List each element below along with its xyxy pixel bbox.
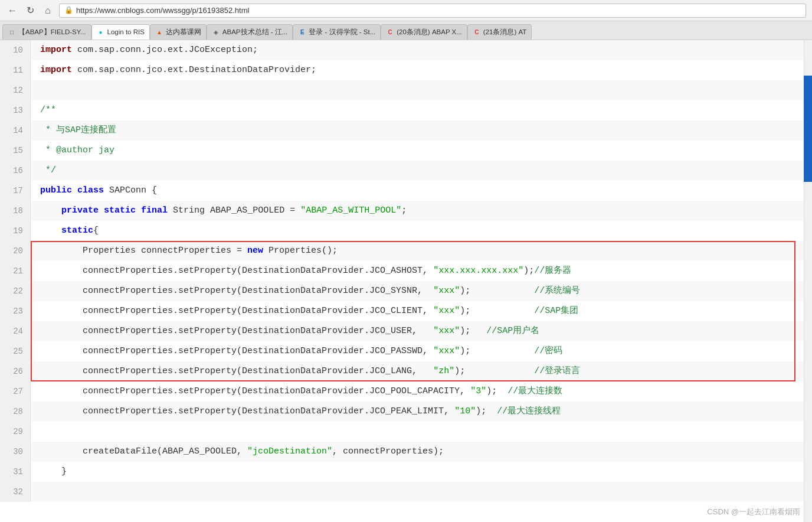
line-content-21: connectProperties.setProperty(Destinatio… xyxy=(31,261,812,281)
tab-login-ris[interactable]: ● Login to RIS xyxy=(91,24,150,40)
line-content-30: createDataFile(ABAP_AS_POOLED, "jcoDesti… xyxy=(31,442,812,462)
browser-chrome: ← ↻ ⌂ 🔒 https://www.cnblogs.com/wwssgg/p… xyxy=(0,0,812,21)
tab-favicon-csdn2: C xyxy=(473,28,481,37)
line-content-25: connectProperties.setProperty(Destinatio… xyxy=(31,341,812,361)
line-content-15: * @author jay xyxy=(31,141,812,161)
tab-favicon-abap-tech: ◈ xyxy=(212,28,220,37)
code-line-13: 13 /** xyxy=(0,100,812,120)
tab-favicon-csdn1: C xyxy=(386,28,394,37)
line-content-23: connectProperties.setProperty(Destinatio… xyxy=(31,301,812,321)
tab-label-csdn1: (20条消息) ABAP X... xyxy=(397,28,462,37)
line-content-16: */ xyxy=(31,161,812,181)
line-content-11: import com.sap.conn.jco.ext.DestinationD… xyxy=(31,60,812,80)
line-num-27: 27 xyxy=(0,381,31,402)
code-line-16: 16 */ xyxy=(0,161,812,181)
line-num-25: 25 xyxy=(0,341,31,361)
line-num-31: 31 xyxy=(0,462,31,482)
line-content-24: connectProperties.setProperty(Destinatio… xyxy=(31,321,812,341)
code-line-15: 15 * @author jay xyxy=(0,141,812,161)
code-line-24: 24 connectProperties.setProperty(Destina… xyxy=(0,321,812,341)
tab-label-abap-tech: ABAP技术总结 - 江... xyxy=(222,28,288,37)
line-content-28: connectProperties.setProperty(Destinatio… xyxy=(31,402,812,422)
line-num-30: 30 xyxy=(0,442,31,462)
line-content-20: Properties connectProperties = new Prope… xyxy=(31,241,812,261)
line-content-22: connectProperties.setProperty(Destinatio… xyxy=(31,281,812,301)
tab-label-hande: 登录 - 汉得学院 - St... xyxy=(309,28,375,37)
code-line-20: 20 Properties connectProperties = new Pr… xyxy=(0,241,812,261)
line-content-10: import com.sap.conn.jco.ext.JCoException… xyxy=(31,40,812,60)
code-line-22: 22 connectProperties.setProperty(Destina… xyxy=(0,281,812,301)
line-num-16: 16 xyxy=(0,161,31,181)
line-content-17: public class SAPConn { xyxy=(31,181,812,201)
code-line-32: 32 xyxy=(0,482,812,502)
tab-favicon-danei: ▲ xyxy=(155,28,163,37)
tab-hande[interactable]: E 登录 - 汉得学院 - St... xyxy=(293,24,381,40)
line-num-14: 14 xyxy=(0,120,31,141)
reload-button[interactable]: ↻ xyxy=(24,4,37,17)
code-line-11: 11 import com.sap.conn.jco.ext.Destinati… xyxy=(0,60,812,80)
line-num-11: 11 xyxy=(0,60,31,80)
line-content-14: * 与SAP连接配置 xyxy=(31,120,812,141)
line-num-18: 18 xyxy=(0,201,31,221)
line-num-21: 21 xyxy=(0,261,31,281)
line-num-19: 19 xyxy=(0,221,31,241)
line-num-24: 24 xyxy=(0,321,31,341)
code-line-30: 30 createDataFile(ABAP_AS_POOLED, "jcoDe… xyxy=(0,442,812,462)
code-line-27: 27 connectProperties.setProperty(Destina… xyxy=(0,381,812,402)
code-line-21: 21 connectProperties.setProperty(Destina… xyxy=(0,261,812,281)
address-bar[interactable]: 🔒 https://www.cnblogs.com/wwssgg/p/16193… xyxy=(59,4,806,18)
tab-abap-tech[interactable]: ◈ ABAP技术总结 - 江... xyxy=(207,24,293,40)
line-content-26: connectProperties.setProperty(Destinatio… xyxy=(31,361,812,381)
line-num-23: 23 xyxy=(0,301,31,321)
code-line-23: 23 connectProperties.setProperty(Destina… xyxy=(0,301,812,321)
code-line-26: 26 connectProperties.setProperty(Destina… xyxy=(0,361,812,381)
tab-label-danei: 达内慕课网 xyxy=(166,28,201,37)
tab-csdn1[interactable]: C (20条消息) ABAP X... xyxy=(381,24,467,40)
tab-favicon-hande: E xyxy=(298,28,306,37)
line-num-28: 28 xyxy=(0,402,31,422)
lock-icon: 🔒 xyxy=(64,6,73,15)
tab-label-csdn2: (21条消息) AT xyxy=(483,28,527,37)
code-line-19: 19 static{ xyxy=(0,221,812,241)
tab-danei[interactable]: ▲ 达内慕课网 xyxy=(150,24,207,40)
scrollbar-track[interactable] xyxy=(804,40,812,522)
line-num-32: 32 xyxy=(0,482,31,502)
line-num-26: 26 xyxy=(0,361,31,381)
scrollbar-thumb[interactable] xyxy=(804,76,812,182)
code-line-28: 28 connectProperties.setProperty(Destina… xyxy=(0,402,812,422)
code-line-14: 14 * 与SAP连接配置 xyxy=(0,120,812,141)
tab-label-abap: 【ABAP】FIELD-SY... xyxy=(18,28,86,37)
code-line-10: 10 import com.sap.conn.jco.ext.JCoExcept… xyxy=(0,40,812,60)
line-num-22: 22 xyxy=(0,281,31,301)
code-line-17: 17 public class SAPConn { xyxy=(0,181,812,201)
line-content-13: /** xyxy=(31,100,812,120)
line-num-17: 17 xyxy=(0,181,31,201)
line-content-31: } xyxy=(31,462,812,482)
back-button[interactable]: ← xyxy=(6,4,19,17)
line-num-13: 13 xyxy=(0,100,31,120)
home-button[interactable]: ⌂ xyxy=(41,4,54,17)
line-num-12: 12 xyxy=(0,80,31,100)
line-content-27: connectProperties.setProperty(Destinatio… xyxy=(31,381,812,402)
code-container: 10 import com.sap.conn.jco.ext.JCoExcept… xyxy=(0,40,812,522)
line-num-10: 10 xyxy=(0,40,31,60)
line-num-20: 20 xyxy=(0,241,31,261)
line-num-15: 15 xyxy=(0,141,31,161)
watermark: CSDN @一起去江南看烟雨 xyxy=(707,507,800,517)
url-text: https://www.cnblogs.com/wwssgg/p/1619385… xyxy=(76,6,249,15)
code-line-31: 31 } xyxy=(0,462,812,482)
line-content-18: private static final String ABAP_AS_POOL… xyxy=(31,201,812,221)
tab-favicon-login: ● xyxy=(97,28,105,36)
line-num-29: 29 xyxy=(0,422,31,442)
code-lines: 10 import com.sap.conn.jco.ext.JCoExcept… xyxy=(0,40,812,522)
tab-csdn2[interactable]: C (21条消息) AT xyxy=(467,24,532,40)
tabs-bar: □ 【ABAP】FIELD-SY... ● Login to RIS ▲ 达内慕… xyxy=(0,21,812,40)
tab-abap[interactable]: □ 【ABAP】FIELD-SY... xyxy=(2,24,91,40)
code-line-12: 12 xyxy=(0,80,812,100)
code-line-29: 29 xyxy=(0,422,812,442)
code-line-18: 18 private static final String ABAP_AS_P… xyxy=(0,201,812,221)
tab-favicon-abap: □ xyxy=(8,28,16,37)
tab-label-login: Login to RIS xyxy=(107,28,145,35)
code-line-25: 25 connectProperties.setProperty(Destina… xyxy=(0,341,812,361)
line-content-19: static{ xyxy=(31,221,812,241)
